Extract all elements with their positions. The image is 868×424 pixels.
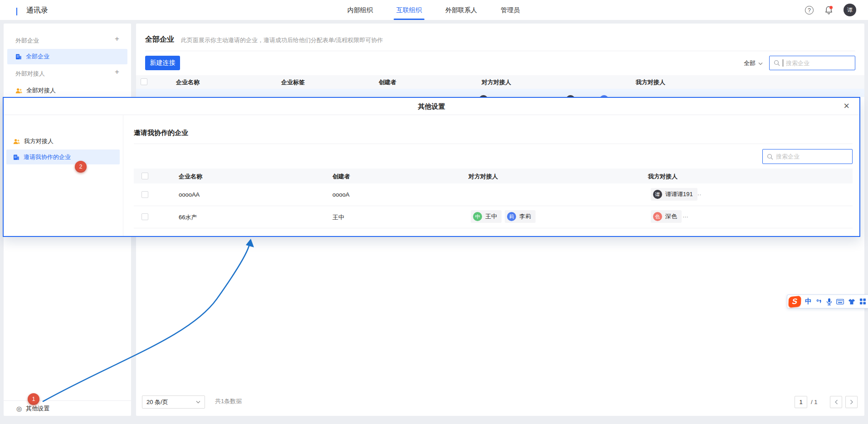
cell-company: ooooAA [179, 191, 200, 198]
sidebar-item-all-contacts[interactable]: 全部对接人 [7, 83, 127, 98]
modal-table-header: 企业名称 创建者 对方对接人 我方对接人 [134, 169, 853, 183]
current-page-box[interactable]: 1 [795, 396, 807, 408]
filter-label: 全部 [744, 59, 756, 67]
cell-company: 66水产 [179, 213, 197, 222]
contact-avatar: 谭 [653, 190, 662, 199]
total-count: 共1条数据 [215, 397, 242, 405]
sidebar-item-all-companies[interactable]: 全部企业 [7, 49, 127, 64]
contact-avatar: 色 [653, 212, 662, 221]
chinese-mode-icon[interactable]: 中 [805, 297, 812, 306]
modal-select-all-checkbox[interactable] [141, 173, 148, 179]
modal-main: 邀请我协作的企业 企业名称 创建者 对方对接人 我方对接人 ooooAA ooo… [123, 115, 859, 236]
modal-nav-our-contacts[interactable]: 我方对接人 [6, 134, 120, 149]
table-row[interactable] [136, 89, 864, 97]
prev-page-button[interactable] [830, 396, 842, 408]
help-icon[interactable]: ? [805, 6, 814, 14]
notification-dot [829, 6, 833, 9]
table-row[interactable]: ooooAA ooooA 谭 谭谭谭191 .. [134, 183, 853, 206]
col-our-contact: 我方对接人 [648, 173, 678, 181]
keyboard-icon[interactable] [836, 299, 844, 304]
next-page-button[interactable] [845, 396, 858, 408]
filter-dropdown[interactable]: 全部 [744, 59, 763, 67]
new-connection-button[interactable]: 新建连接 [145, 56, 180, 70]
select-all-checkbox[interactable] [141, 78, 147, 85]
ime-toolbar[interactable]: S 中 [787, 294, 868, 308]
people-icon [13, 139, 20, 145]
company-search-input[interactable] [786, 60, 851, 67]
sidebar-item-label: 全部对接人 [26, 87, 56, 95]
more-contacts-dots[interactable]: … [683, 212, 689, 219]
contact-chip[interactable]: 色 深色 [651, 210, 682, 223]
modal-close-icon[interactable]: × [844, 100, 849, 112]
sidebar-footer: ◎ 其他设置 [4, 400, 131, 416]
col-company-name: 企业名称 [176, 78, 200, 87]
company-icon [15, 53, 22, 60]
main-subtitle: 此页面展示你主动邀请的企业，邀请成功后给他们分配表单/流程权限即可协作 [181, 36, 383, 44]
col-company-tag: 企业标签 [281, 78, 305, 87]
table-row[interactable]: 66水产 王中 中 王中 莉 李莉 色 深色 … [134, 206, 853, 228]
top-tabs: 内部组织 互联组织 外部联系人 管理员 [347, 0, 520, 20]
more-contacts-dots[interactable]: .. [697, 190, 702, 197]
company-search-input-wrapper [769, 56, 855, 70]
modal-nav: 我方对接人 邀请我协作的企业 2 [4, 115, 123, 236]
contact-chip[interactable]: 谭 谭谭谭191 [651, 188, 697, 201]
modal-title: 其他设置 [418, 102, 445, 111]
col-their-contact: 对方对接人 [468, 173, 498, 181]
page-size-value: 20 条/页 [146, 398, 168, 406]
skin-icon[interactable] [848, 299, 855, 305]
main-table-header: 企业名称 企业标签 创建者 对方对接人 我方对接人 [136, 75, 864, 89]
contact-avatar: 莉 [507, 212, 516, 221]
top-bar: 通讯录 内部组织 互联组织 外部联系人 管理员 ? 谭 [0, 0, 868, 20]
modal-header: 其他设置 × [4, 98, 859, 115]
col-creator: 创建者 [332, 173, 350, 181]
row-checkbox[interactable] [141, 213, 148, 220]
row-checkbox[interactable] [141, 191, 148, 198]
people-icon [15, 88, 22, 94]
page-title[interactable]: 通讯录 [26, 6, 48, 15]
sidebar-group-external-contacts: 外部对接人 [15, 70, 45, 78]
company-icon [13, 154, 20, 160]
modal-nav-label: 邀请我协作的企业 [24, 153, 71, 161]
contact-name: 谭谭谭191 [665, 190, 693, 198]
search-icon [767, 154, 773, 160]
page-total-label: / 1 [811, 399, 817, 405]
search-icon [774, 60, 780, 66]
other-settings-button[interactable]: ◎ 其他设置 [16, 405, 49, 413]
modal-nav-invited-companies[interactable]: 邀请我协作的企业 [6, 149, 120, 164]
contact-name: 李莉 [519, 212, 531, 221]
contact-chip[interactable]: 中 王中 [471, 210, 502, 223]
contact-chip[interactable]: 莉 李莉 [505, 210, 536, 223]
col-company-name: 企业名称 [179, 173, 202, 181]
microphone-icon[interactable] [826, 298, 832, 305]
col-their-contact: 对方对接人 [482, 78, 511, 87]
cell-creator: ooooA [332, 191, 350, 198]
modal-search-input-wrapper [762, 149, 853, 164]
user-avatar[interactable]: 谭 [844, 4, 856, 16]
sogou-logo-icon[interactable]: S [788, 295, 801, 308]
other-settings-label: 其他设置 [26, 405, 49, 413]
tab-external-contacts[interactable]: 外部联系人 [445, 0, 477, 20]
chevron-down-icon [196, 400, 200, 404]
add-external-company-button[interactable]: + [115, 36, 119, 42]
notification-bell-icon[interactable] [824, 5, 833, 15]
add-external-contact-button[interactable]: + [115, 69, 119, 75]
modal-search-input[interactable] [776, 153, 848, 160]
toolbox-icon[interactable] [859, 298, 866, 305]
back-icon[interactable] [16, 8, 17, 14]
cell-creator: 王中 [332, 213, 344, 222]
chevron-down-icon [758, 62, 763, 65]
contact-name: 王中 [485, 212, 497, 221]
tab-internal-org[interactable]: 内部组织 [347, 0, 373, 20]
sidebar-item-label: 全部企业 [26, 53, 49, 61]
sidebar-group-external-companies: 外部企业 [15, 37, 39, 45]
chevron-left-icon [834, 400, 838, 405]
tab-connected-org[interactable]: 互联组织 [396, 0, 422, 20]
col-creator: 创建者 [379, 78, 396, 87]
modal-nav-label: 我方对接人 [24, 137, 54, 145]
tab-admin[interactable]: 管理员 [501, 0, 520, 20]
settings-icon: ◎ [16, 405, 22, 412]
text-cursor [783, 59, 783, 67]
punctuation-icon[interactable] [816, 299, 822, 305]
page-size-select[interactable]: 20 条/页 [142, 395, 205, 409]
col-our-contact: 我方对接人 [636, 78, 665, 87]
